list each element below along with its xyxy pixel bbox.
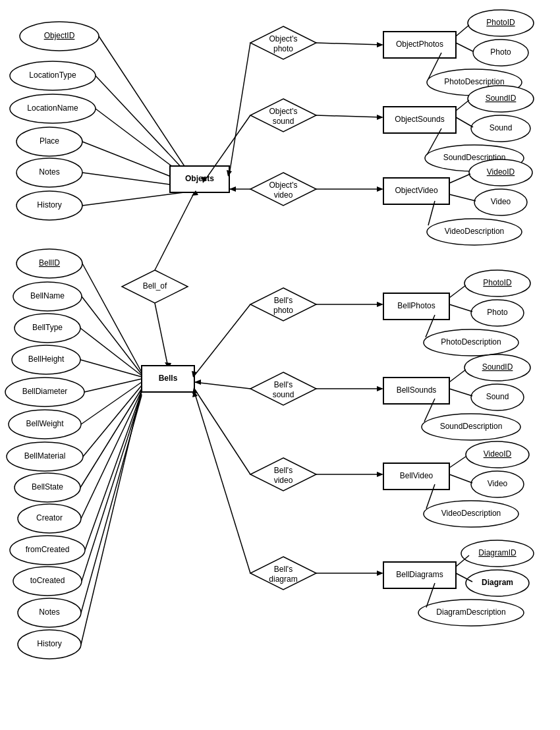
attr-photodesc-bp-label: PhotoDescription <box>441 337 501 347</box>
rel-bells-sound-label2: sound <box>273 390 294 399</box>
rel-bells-video-label: Bell's <box>274 466 293 475</box>
attr-notes-bells-label: Notes <box>39 607 59 617</box>
attr-bellname-label: BellName <box>30 291 65 300</box>
rel-objects-photo-label2: photo <box>273 44 293 53</box>
entity-bellphotos-label: BellPhotos <box>397 301 435 310</box>
attr-video-bv-label: Video <box>488 479 508 488</box>
rel-bells-photo-label2: photo <box>273 306 293 315</box>
attr-sound-bs-label: Sound <box>486 392 509 401</box>
rel-objects-sound-label2: sound <box>273 117 294 126</box>
attr-diagramdesc-bd-label: DiagramDescription <box>436 607 505 617</box>
attr-history-objects-label: History <box>37 200 61 210</box>
er-diagram: ObjectID LocationType LocationName Place… <box>0 0 560 730</box>
attr-objectid-label: ObjectID <box>44 31 75 40</box>
attr-creator-label: Creator <box>36 513 63 522</box>
attr-soundid-os-label: SoundID <box>486 94 517 103</box>
attr-bellstate-label: BellState <box>32 482 63 491</box>
attr-bellheight-label: BellHeight <box>28 354 65 364</box>
attr-video-ov-label: Video <box>491 197 511 206</box>
attr-diagram-bd-label: Diagram <box>482 578 513 587</box>
rel-bells-diagram-label2: diagram <box>269 575 297 584</box>
rel-objects-photo-label: Object's <box>269 34 298 43</box>
rel-objects-sound-label: Object's <box>269 107 298 116</box>
attr-diagramid-bd-label: DiagramID <box>478 548 517 557</box>
attr-history-bells-label: History <box>37 639 61 648</box>
attr-tocreated-label: toCreated <box>30 576 65 585</box>
attr-fromcreated-label: fromCreated <box>26 545 70 554</box>
attr-photoid-bp-label: PhotoID <box>483 278 512 287</box>
rel-bell-of-label: Bell_of <box>143 281 167 291</box>
entity-objectsounds-label: ObjectSounds <box>395 115 444 124</box>
entity-objectphotos-label: ObjectPhotos <box>396 40 443 49</box>
attr-videodesc-bv-label: VideoDescription <box>441 509 501 518</box>
rel-objects-video-label: Object's <box>269 181 298 190</box>
attr-place-label: Place <box>40 136 59 146</box>
rel-objects-video-label2: video <box>274 190 293 200</box>
attr-sounddesc-bs-label: SoundDescription <box>440 422 503 431</box>
attr-videoid-bv-label: VideoID <box>484 449 512 459</box>
attr-videodesc-ov-label: VideoDescription <box>445 227 505 236</box>
entity-bells-label: Bells <box>159 374 178 383</box>
entity-objectvideo-label: ObjectVideo <box>395 186 437 195</box>
attr-sound-os-label: Sound <box>490 123 513 132</box>
attr-photoid-op-label: PhotoID <box>486 18 515 27</box>
attr-notes-objects-label: Notes <box>39 167 59 177</box>
attr-photodesc-op-label: PhotoDescription <box>444 77 504 86</box>
attr-bellid-label: BellID <box>39 258 60 267</box>
attr-locationtype-label: LocationType <box>29 70 76 80</box>
attr-videoid-ov-label: VideoID <box>487 167 515 177</box>
attr-photo-bp-label: Photo <box>487 308 508 317</box>
entity-bellsounds-label: BellSounds <box>397 385 437 395</box>
attr-soundid-bs-label: SoundID <box>482 362 513 372</box>
attr-photo-op-label: Photo <box>490 47 511 57</box>
attr-belltype-label: BellType <box>32 323 63 332</box>
attr-bellweight-label: BellWeight <box>26 419 64 428</box>
rel-bells-sound-label: Bell's <box>274 380 293 389</box>
entity-belldiagrams-label: BellDiagrams <box>396 570 443 579</box>
entity-objects-label: Objects <box>185 174 214 183</box>
rel-bells-video-label2: video <box>274 476 293 485</box>
attr-bellmaterial-label: BellMaterial <box>24 451 66 461</box>
rel-bells-photo-label: Bell's <box>274 296 293 305</box>
attr-locationname-label: LocationName <box>27 103 78 113</box>
entity-bellvideo-label: BellVideo <box>400 471 434 480</box>
rel-bells-diagram-label: Bell's <box>274 565 293 574</box>
attr-belldiameter-label: BellDiameter <box>22 387 68 396</box>
